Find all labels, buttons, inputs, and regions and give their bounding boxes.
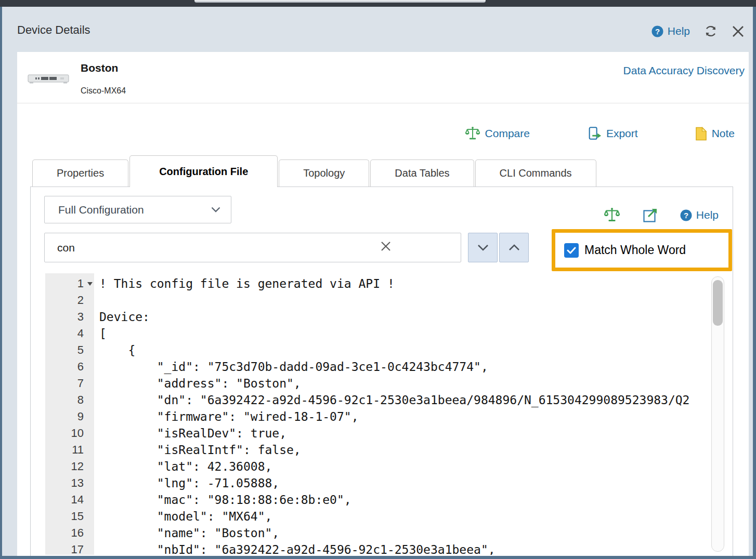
code-line: 3Device: (45, 309, 711, 325)
code-text: "mac": "98:18:88:6e:8b:e0", (94, 491, 351, 508)
line-number: 4 (45, 325, 94, 342)
code-line: 4[ (45, 325, 711, 342)
note-icon (695, 127, 707, 141)
line-number: 5 (45, 342, 94, 358)
device-header: Boston Cisco-MX64 Data Accuracy Discover… (17, 52, 749, 103)
tab-configuration-file[interactable]: Configuration File (129, 155, 278, 187)
note-button[interactable]: Note (695, 127, 735, 141)
scales-icon (465, 126, 480, 141)
compare-button[interactable]: Compare (465, 126, 530, 141)
code-line: 10 "isRealDev": true, (45, 425, 711, 442)
search-clear-icon[interactable] (380, 241, 392, 252)
code-line: 7 "address": "Boston", (45, 375, 711, 392)
data-accuracy-discovery-link[interactable]: Data Accuracy Discovery (623, 64, 745, 77)
code-text: "lng": -71.05888, (94, 475, 279, 491)
code-line: 17 "nbId": "6a392422-a92d-4596-92c1-2530… (45, 541, 711, 555)
code-line: 1! This config file is generated via API… (45, 275, 711, 292)
device-name: Boston (81, 62, 118, 74)
code-text: "lat": 42.36008, (94, 458, 272, 475)
line-number: 11 (45, 442, 94, 458)
code-line: 16 "name": "Boston", (45, 525, 711, 541)
config-scope-value: Full Configuration (58, 204, 144, 216)
line-number: 9 (45, 408, 94, 425)
scrollbar-thumb[interactable] (713, 280, 723, 326)
collapse-triangle-icon[interactable] (87, 282, 93, 286)
svg-text:?: ? (655, 26, 660, 35)
device-model: Cisco-MX64 (81, 86, 126, 96)
device-image-icon (28, 71, 69, 86)
help-icon: ? (651, 25, 663, 37)
export-icon (587, 126, 602, 141)
help-label: Help (668, 25, 690, 37)
line-number: 2 (45, 292, 94, 309)
compare-label: Compare (485, 127, 530, 140)
match-whole-word-checkbox[interactable] (564, 243, 579, 258)
note-label: Note (712, 127, 735, 140)
find-next-button[interactable] (468, 233, 498, 262)
code-text: "nbId": "6a392422-a92d-4596-92c1-2530e3a… (94, 541, 496, 555)
code-line: 9 "firmware": "wired-18-1-07", (45, 408, 711, 425)
code-line: 8 "dn": "6a392422-a92d-4596-92c1-2530e3a… (45, 392, 711, 408)
line-number: 10 (45, 425, 94, 442)
code-text: "address": "Boston", (94, 375, 301, 392)
line-number: 17 (45, 541, 94, 555)
line-number: 13 (45, 475, 94, 491)
tab-strip: PropertiesConfiguration FileTopologyData… (32, 155, 596, 187)
code-text (94, 292, 99, 309)
dialog-help-link[interactable]: ? Help (651, 25, 690, 37)
code-line: 14 "mac": "98:18:88:6e:8b:e0", (45, 491, 711, 508)
line-number: 8 (45, 392, 94, 408)
svg-text:?: ? (684, 210, 688, 219)
code-rows: 1! This config file is generated via API… (45, 275, 711, 555)
frame-border-left (0, 7, 2, 559)
tab-data-tables[interactable]: Data Tables (370, 159, 474, 187)
close-icon[interactable] (732, 25, 745, 38)
refresh-icon[interactable] (703, 24, 718, 38)
find-previous-button[interactable] (499, 233, 529, 262)
search-input[interactable] (44, 233, 461, 262)
screenshot-frame: Device Details ? Help (0, 0, 756, 559)
code-text: [ (94, 325, 107, 342)
help-icon: ? (680, 209, 692, 221)
config-code-viewer: 1! This config file is generated via API… (45, 273, 724, 555)
chevron-down-icon (211, 207, 220, 212)
line-number: 6 (45, 358, 94, 375)
config-scope-select[interactable]: Full Configuration (44, 196, 231, 223)
line-number: 1 (45, 275, 94, 292)
vertical-scrollbar[interactable] (711, 276, 724, 552)
line-number: 12 (45, 458, 94, 475)
code-text: "dn": "6a392422-a92d-4596-92c1-2530e3a1b… (94, 392, 689, 408)
tab-properties[interactable]: Properties (32, 159, 128, 187)
check-icon (567, 247, 576, 254)
code-text: "model": "MX64", (94, 508, 272, 525)
line-number: 7 (45, 375, 94, 392)
compare-config-icon[interactable] (604, 207, 620, 223)
frame-border-right (753, 7, 756, 559)
tab-cli-commands[interactable]: CLI Commands (475, 159, 596, 187)
code-text: { (94, 342, 135, 358)
code-line: 6 "_id": "75c3d70b-dadd-09ad-3ce1-0c4243… (45, 358, 711, 375)
panel-help-label: Help (696, 209, 719, 221)
export-label: Export (606, 127, 638, 140)
line-number: 16 (45, 525, 94, 541)
code-text: "firmware": "wired-18-1-07", (94, 408, 359, 425)
code-text: "isRealDev": true, (94, 425, 286, 442)
code-line: 12 "lat": 42.36008, (45, 458, 711, 475)
code-text: "name": "Boston", (94, 525, 279, 541)
panel-help-link[interactable]: ? Help (680, 209, 719, 221)
dialog-title: Device Details (17, 23, 90, 37)
match-whole-word-highlight: Match Whole Word (552, 229, 732, 271)
code-text: ! This config file is generated via API … (94, 275, 395, 292)
browser-topbar (0, 0, 756, 7)
code-line: 5 { (45, 342, 711, 358)
code-line: 11 "isRealIntf": false, (45, 442, 711, 458)
code-text: "isRealIntf": false, (94, 442, 301, 458)
line-number: 3 (45, 309, 94, 325)
line-number: 15 (45, 508, 94, 525)
browser-tab-remnant (194, 0, 486, 3)
code-text: Device: (94, 309, 150, 325)
open-external-icon[interactable] (642, 207, 658, 223)
code-line: 15 "model": "MX64", (45, 508, 711, 525)
tab-topology[interactable]: Topology (279, 159, 369, 187)
export-button[interactable]: Export (587, 126, 638, 141)
